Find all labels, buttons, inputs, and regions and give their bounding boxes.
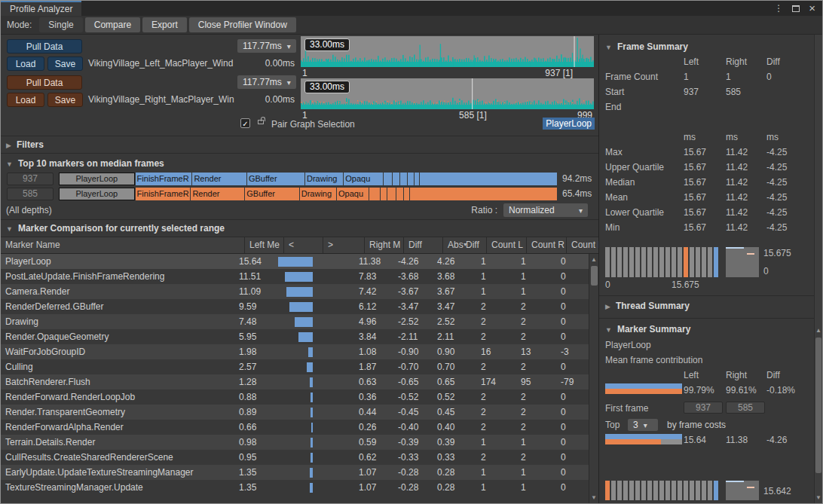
right-threshold-badge: 33.00ms — [304, 81, 350, 93]
table-scrollbar[interactable] — [589, 254, 598, 503]
table-row[interactable]: Render.TransparentGeometry0.890.44-0.450… — [1, 405, 589, 420]
scroll-up-icon[interactable] — [589, 255, 598, 264]
column-header[interactable]: Count R — [526, 237, 566, 253]
segment-selected[interactable]: PlayerLoop — [59, 188, 135, 200]
top10-row[interactable]: 585PlayerLoopFinishFrameRRenderGBufferDr… — [1, 186, 598, 201]
marker-segment[interactable] — [420, 173, 557, 185]
marker-segment[interactable]: Render — [192, 173, 246, 185]
table-row[interactable]: Camera.Render11.097.42-3.673.67110 — [1, 284, 589, 299]
marker-segment[interactable]: GBuffer — [245, 188, 298, 200]
top-n-dropdown[interactable]: 3 — [628, 419, 658, 431]
marker-segment[interactable]: Render — [191, 188, 244, 200]
column-header[interactable]: Abs Diff — [442, 237, 486, 253]
table-row[interactable]: RenderDeferred.GBuffer9.596.12-3.473.472… — [1, 299, 589, 314]
frame-timeline-right[interactable]: 33.00ms — [301, 78, 594, 109]
table-row[interactable]: EarlyUpdate.UpdateTextureStreamingManage… — [1, 465, 589, 480]
value-cell: 2 — [516, 329, 556, 344]
marker-comparison-header[interactable]: Marker Comparison for currently selected… — [1, 220, 598, 237]
first-frame-right-button[interactable]: 585 — [726, 402, 765, 414]
frame-index-box[interactable]: 937 — [7, 173, 54, 185]
top10-row[interactable]: 937PlayerLoopFinishFrameRRenderGBufferDr… — [1, 171, 598, 186]
row-value: 15.67 — [684, 145, 706, 160]
marker-segment[interactable] — [384, 173, 392, 185]
selected-marker-highlight[interactable]: PlayerLoop — [543, 118, 595, 130]
marker-segment[interactable] — [410, 188, 557, 200]
scroll-down-icon[interactable] — [589, 493, 598, 502]
column-header[interactable]: Left Me — [244, 237, 283, 253]
first-frame-left-button[interactable]: 937 — [684, 402, 723, 414]
export-button[interactable]: Export — [142, 17, 187, 32]
column-header[interactable]: > — [323, 237, 364, 253]
table-row[interactable]: Render.OpaqueGeometry5.953.84-2.112.1122… — [1, 329, 589, 344]
mode-compare-button[interactable]: Compare — [85, 17, 140, 32]
marker-segment[interactable] — [393, 173, 399, 185]
tab-profile-analyzer[interactable]: Profile Analyzer — [1, 1, 81, 16]
table-row[interactable]: PlayerLoop15.6411.38-4.264.26110 — [1, 254, 589, 269]
marker-segments-bar[interactable]: PlayerLoopFinishFrameRRenderGBufferDrawi… — [59, 173, 558, 185]
frame-timeline-left[interactable]: 33.00ms — [301, 36, 594, 67]
marker-segment[interactable] — [396, 188, 403, 200]
table-row[interactable]: TextureStreamingManager.Update1.351.07-0… — [1, 480, 589, 495]
load-right-button[interactable]: Load — [7, 93, 44, 107]
load-left-button[interactable]: Load — [7, 57, 44, 71]
pull-data-right-button[interactable]: Pull Data — [7, 75, 82, 90]
ratio-dropdown[interactable]: Normalized — [503, 203, 588, 217]
unlock-icon[interactable] — [258, 120, 264, 124]
marker-segment[interactable] — [404, 188, 409, 200]
marker-segment[interactable] — [381, 188, 387, 200]
marker-segment[interactable] — [400, 173, 407, 185]
pull-data-left-button[interactable]: Pull Data — [7, 39, 82, 53]
frame-index-box[interactable]: 585 — [7, 188, 54, 200]
table-row[interactable]: CullResults.CreateSharedRendererScene0.9… — [1, 450, 589, 465]
table-row[interactable]: RenderForwardAlpha.Render0.660.26-0.400.… — [1, 420, 589, 435]
table-row[interactable]: RenderForward.RenderLoopJob0.880.36-0.52… — [1, 389, 589, 405]
marker-segment[interactable]: GBuffer — [247, 173, 304, 185]
marker-segment[interactable]: FinishFrameR — [136, 173, 192, 185]
kebab-menu-icon[interactable] — [774, 3, 783, 14]
scroll-down-icon[interactable] — [815, 493, 822, 502]
column-header[interactable]: Marker Name — [1, 237, 244, 253]
marker-segment[interactable] — [387, 188, 396, 200]
row-value: 15.67 — [684, 160, 706, 175]
table-row[interactable]: WaitForJobGroupID1.981.08-0.900.901613-3 — [1, 344, 589, 359]
marker-segment[interactable]: FinishFrameR — [136, 188, 191, 200]
mode-single-button[interactable]: Single — [39, 17, 82, 32]
close-icon[interactable] — [809, 3, 815, 14]
table-row[interactable]: Drawing7.484.96-2.522.52220 — [1, 314, 589, 329]
table-row[interactable]: Terrain.Details.Render0.980.59-0.390.391… — [1, 435, 589, 450]
marker-segment[interactable]: Drawing — [305, 173, 343, 185]
marker-segment[interactable]: Opaqu — [344, 173, 383, 185]
table-row[interactable]: BatchRenderer.Flush1.280.63-0.650.651749… — [1, 374, 589, 389]
filters-section-header[interactable]: Filters — [1, 136, 598, 154]
scroll-up-icon[interactable] — [815, 325, 822, 334]
column-header[interactable]: < — [283, 237, 323, 253]
scrollbar-thumb[interactable] — [815, 338, 821, 473]
marker-segment[interactable]: Opaqu — [337, 188, 369, 200]
maximize-icon[interactable] — [792, 5, 800, 12]
marker-segments-bar[interactable]: PlayerLoopFinishFrameRRenderGBufferDrawi… — [59, 188, 558, 200]
column-header[interactable]: Count L — [486, 237, 526, 253]
value-cell: 2 — [516, 314, 556, 329]
top10-header[interactable]: Top 10 markers on median frames — [1, 155, 598, 171]
thread-summary-header[interactable]: Thread Summary — [599, 297, 690, 315]
marker-segment[interactable] — [415, 173, 419, 185]
marker-segment[interactable]: Drawing — [300, 188, 336, 200]
table-row[interactable]: Culling2.571.87-0.700.70220 — [1, 359, 589, 374]
scrollbar-thumb[interactable] — [591, 266, 598, 286]
save-right-button[interactable]: Save — [47, 93, 83, 107]
segment-selected[interactable]: PlayerLoop — [59, 173, 135, 185]
marker-segment[interactable] — [369, 188, 379, 200]
left-range-dropdown[interactable]: 117.77ms — [237, 39, 296, 53]
marker-segment[interactable] — [408, 173, 414, 185]
marker-summary-header[interactable]: Marker Summary — [599, 320, 690, 338]
save-left-button[interactable]: Save — [47, 57, 83, 71]
column-header[interactable]: Right M — [364, 237, 403, 253]
pair-graph-checkbox[interactable] — [240, 118, 250, 128]
frame-summary-header[interactable]: Frame Summary — [599, 38, 688, 56]
right-panel-scrollbar[interactable] — [814, 35, 822, 503]
column-header[interactable]: Diff — [403, 237, 442, 253]
table-row[interactable]: PostLateUpdate.FinishFrameRendering11.51… — [1, 269, 589, 284]
column-header[interactable]: Count D — [566, 237, 598, 253]
close-profiler-window-button[interactable]: Close Profiler Window — [189, 17, 296, 32]
right-range-dropdown[interactable]: 117.77ms — [237, 75, 296, 89]
